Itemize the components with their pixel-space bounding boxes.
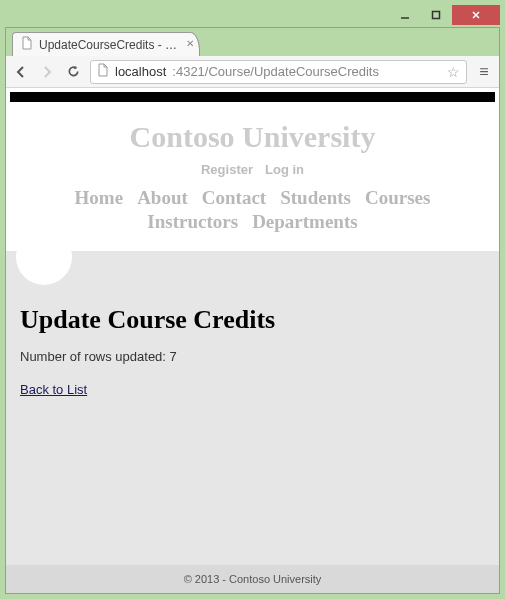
account-links: Register Log in [14, 162, 491, 177]
window-title-bar [5, 5, 500, 27]
page-footer: © 2013 - Contoso University [6, 565, 499, 593]
site-title: Contoso University [14, 120, 491, 154]
browser-tab[interactable]: UpdateCourseCredits - Co ✕ [12, 32, 200, 56]
nav-about[interactable]: About [137, 187, 188, 209]
result-line: Number of rows updated: 7 [20, 349, 485, 364]
url-host-label: localhost [115, 64, 166, 79]
address-bar[interactable]: localhost:4321/Course/UpdateCourseCredit… [90, 60, 467, 84]
window-frame: UpdateCourseCredits - Co ✕ localhost:432… [0, 0, 505, 599]
nav-contact[interactable]: Contact [202, 187, 266, 209]
window-maximize-button[interactable] [420, 5, 452, 25]
nav-departments[interactable]: Departments [252, 211, 358, 233]
login-link[interactable]: Log in [265, 162, 304, 177]
url-path-label: :4321/Course/UpdateCourseCredits [172, 64, 379, 79]
page-icon [21, 36, 33, 53]
page-viewport: Contoso University Register Log in Home … [6, 88, 499, 593]
bookmark-star-icon[interactable]: ☆ [447, 64, 460, 80]
content-area: Update Course Credits Number of rows upd… [6, 251, 499, 565]
window-minimize-button[interactable] [390, 5, 420, 25]
nav-home[interactable]: Home [75, 187, 124, 209]
footer-text: © 2013 - Contoso University [184, 573, 322, 585]
result-prefix: Number of rows updated: [20, 349, 170, 364]
svg-rect-1 [433, 12, 440, 19]
tab-strip: UpdateCourseCredits - Co ✕ [6, 28, 499, 56]
browser-toolbar: localhost:4321/Course/UpdateCourseCredit… [6, 56, 499, 88]
browser-menu-button[interactable]: ≡ [475, 63, 493, 81]
browser-shell: UpdateCourseCredits - Co ✕ localhost:432… [5, 27, 500, 594]
window-close-button[interactable] [452, 5, 500, 25]
nav-instructors[interactable]: Instructors [147, 211, 238, 233]
header-curve-bump [16, 229, 72, 285]
site-header: Contoso University Register Log in Home … [6, 102, 499, 241]
forward-button[interactable] [38, 63, 56, 81]
reload-button[interactable] [64, 63, 82, 81]
page-heading: Update Course Credits [20, 305, 485, 335]
nav-courses[interactable]: Courses [365, 187, 430, 209]
main-nav: Home About Contact Students Courses Inst… [14, 187, 491, 233]
back-button[interactable] [12, 63, 30, 81]
register-link[interactable]: Register [201, 162, 253, 177]
tab-close-icon[interactable]: ✕ [186, 38, 194, 49]
tab-title-label: UpdateCourseCredits - Co [39, 38, 179, 52]
nav-students[interactable]: Students [280, 187, 351, 209]
back-to-list-link[interactable]: Back to List [20, 382, 87, 397]
page-icon [97, 63, 109, 80]
top-black-band [10, 92, 495, 102]
result-count: 7 [170, 349, 177, 364]
